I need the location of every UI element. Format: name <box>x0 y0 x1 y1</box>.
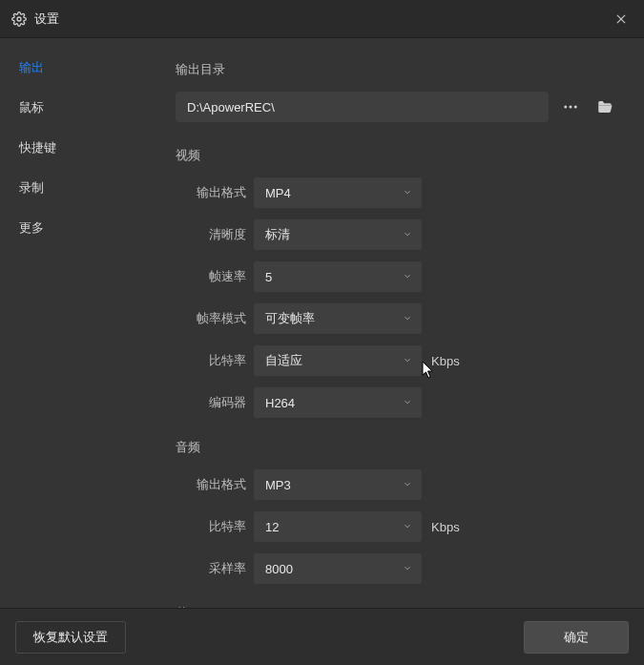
window-title: 设置 <box>34 10 610 28</box>
svg-point-0 <box>17 17 21 21</box>
select-video-format[interactable]: MP4 <box>254 177 422 208</box>
close-button[interactable] <box>610 8 633 31</box>
chevron-down-icon <box>403 396 412 410</box>
select-video-bitrate[interactable]: 自适应 <box>254 345 422 376</box>
svg-point-4 <box>570 106 572 109</box>
label-video-fps: 帧速率 <box>176 268 246 285</box>
chevron-down-icon <box>403 228 412 242</box>
label-audio-format: 输出格式 <box>176 476 246 493</box>
sidebar-item-hotkey[interactable]: 快捷键 <box>0 128 153 168</box>
chevron-down-icon <box>403 520 412 534</box>
unit-audio-bitrate: Kbps <box>431 520 460 534</box>
svg-point-3 <box>564 106 567 109</box>
select-value: 标清 <box>265 226 290 243</box>
footer: 恢复默认设置 确定 <box>0 608 644 665</box>
folder-icon <box>596 98 613 115</box>
select-value: 8000 <box>265 562 293 576</box>
section-title-screenshot: 截图 <box>176 605 617 608</box>
unit-video-bitrate: Kbps <box>431 354 460 368</box>
select-video-quality[interactable]: 标清 <box>254 219 422 250</box>
select-audio-samplerate[interactable]: 8000 <box>254 553 422 584</box>
row-video-fpsmode: 帧率模式 可变帧率 <box>176 303 617 334</box>
section-title-audio: 音频 <box>176 439 617 456</box>
select-value: 可变帧率 <box>265 310 315 327</box>
chevron-down-icon <box>403 312 412 326</box>
row-video-bitrate: 比特率 自适应 Kbps <box>176 345 617 376</box>
more-icon <box>562 98 579 115</box>
restore-defaults-button[interactable]: 恢复默认设置 <box>15 621 126 654</box>
select-audio-bitrate[interactable]: 12 <box>254 511 422 542</box>
close-icon <box>614 12 628 26</box>
label-video-bitrate: 比特率 <box>176 352 246 369</box>
section-title-video: 视频 <box>176 147 617 164</box>
select-video-fpsmode[interactable]: 可变帧率 <box>254 303 422 334</box>
gear-icon <box>11 11 27 27</box>
sidebar: 输出 鼠标 快捷键 录制 更多 <box>0 38 153 608</box>
sidebar-item-record[interactable]: 录制 <box>0 168 153 208</box>
select-value: MP4 <box>265 186 291 200</box>
select-value: MP3 <box>265 478 291 492</box>
main-panel: 输出目录 视频 输出格式 MP4 <box>153 38 644 608</box>
select-value: 5 <box>265 270 272 284</box>
chevron-down-icon <box>403 354 412 368</box>
select-audio-format[interactable]: MP3 <box>254 469 422 500</box>
row-audio-bitrate: 比特率 12 Kbps <box>176 511 617 542</box>
select-value: H264 <box>265 396 295 410</box>
select-value: 12 <box>265 520 279 534</box>
chevron-down-icon <box>403 186 412 200</box>
row-audio-samplerate: 采样率 8000 <box>176 553 617 584</box>
sidebar-item-output[interactable]: 输出 <box>0 48 153 88</box>
row-video-quality: 清晰度 标清 <box>176 219 617 250</box>
output-dir-row <box>176 92 617 122</box>
open-dir-button[interactable] <box>558 94 583 119</box>
chevron-down-icon <box>403 562 412 576</box>
sidebar-item-more[interactable]: 更多 <box>0 208 153 248</box>
select-video-fps[interactable]: 5 <box>254 261 422 292</box>
titlebar: 设置 <box>0 0 644 38</box>
output-dir-input[interactable] <box>176 92 549 122</box>
row-video-format: 输出格式 MP4 <box>176 177 617 208</box>
chevron-down-icon <box>403 478 412 492</box>
row-video-fps: 帧速率 5 <box>176 261 617 292</box>
body: 输出 鼠标 快捷键 录制 更多 输出目录 视频 输出格式 <box>0 38 644 608</box>
row-audio-format: 输出格式 MP3 <box>176 469 617 500</box>
sidebar-item-mouse[interactable]: 鼠标 <box>0 88 153 128</box>
label-audio-samplerate: 采样率 <box>176 560 246 577</box>
label-video-encoder: 编码器 <box>176 394 246 411</box>
section-title-output-dir: 输出目录 <box>176 61 617 78</box>
svg-point-5 <box>574 106 577 109</box>
chevron-down-icon <box>403 270 412 284</box>
select-video-encoder[interactable]: H264 <box>254 387 422 418</box>
row-video-encoder: 编码器 H264 <box>176 387 617 418</box>
select-value: 自适应 <box>265 352 302 369</box>
label-video-fpsmode: 帧率模式 <box>176 310 246 327</box>
label-video-format: 输出格式 <box>176 184 246 201</box>
ok-button[interactable]: 确定 <box>524 621 629 654</box>
label-video-quality: 清晰度 <box>176 226 246 243</box>
label-audio-bitrate: 比特率 <box>176 518 246 535</box>
browse-dir-button[interactable] <box>592 94 617 119</box>
